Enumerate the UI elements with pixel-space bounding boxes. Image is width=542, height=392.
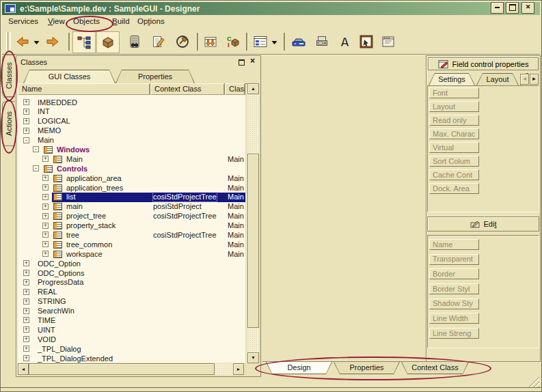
tree-expand-toggle[interactable]: + — [23, 289, 29, 295]
vertical-scrollbar[interactable]: ▲ ▼ — [247, 83, 259, 363]
printer-button[interactable] — [312, 32, 331, 51]
tree-row[interactable]: + UINT — [18, 325, 245, 335]
scroll-up-button[interactable]: ▲ — [247, 83, 259, 94]
tree-row[interactable]: + ProgressData — [18, 278, 245, 288]
history-dropdown[interactable] — [33, 40, 40, 46]
tree-row[interactable]: - Windows — [18, 145, 245, 154]
tree-expand-toggle[interactable]: + — [23, 109, 29, 115]
tab-layout[interactable]: Layout — [476, 73, 519, 85]
tree-row[interactable]: - Controls — [18, 164, 245, 173]
package-button[interactable] — [96, 31, 120, 53]
tree-expand-toggle[interactable]: + — [23, 355, 29, 361]
edit-property-button[interactable]: Line Streng — [429, 328, 479, 339]
image-editor-button[interactable] — [357, 32, 376, 51]
edit-button[interactable]: Edit — [427, 216, 539, 232]
tab-properties-bottom[interactable]: Properties — [334, 362, 400, 374]
tree-row[interactable]: + ODC_Options — [18, 268, 245, 278]
tree-expand-toggle[interactable]: + — [23, 260, 29, 266]
tree-expand-toggle[interactable]: - — [23, 137, 29, 143]
build-button[interactable] — [173, 32, 192, 51]
tab-scroll-left-button[interactable]: ◄ — [520, 74, 529, 85]
class-hierarchy-button[interactable] — [72, 31, 96, 53]
tree-row[interactable]: + LOGICAL — [18, 117, 245, 126]
back-button[interactable] — [13, 32, 32, 51]
tree-expand-toggle[interactable]: + — [42, 223, 49, 229]
tree-expand-toggle[interactable]: + — [42, 213, 49, 219]
settings-property-button[interactable]: Sort Colum — [429, 156, 479, 167]
window-import-button[interactable] — [201, 32, 220, 51]
tree-expand-toggle[interactable]: + — [42, 251, 49, 257]
tree-row[interactable]: + STRING — [18, 297, 245, 307]
tree-expand-toggle[interactable]: + — [23, 308, 29, 314]
tree-expand-toggle[interactable]: + — [23, 336, 29, 342]
tree-row[interactable]: + _TPL_Dialog — [18, 344, 245, 354]
settings-property-button[interactable]: Cache Cont — [429, 169, 479, 180]
menu-item[interactable]: Build — [112, 17, 130, 25]
dialog-preview-button[interactable] — [379, 32, 398, 51]
float-panel-button[interactable] — [237, 58, 246, 66]
tab-gui-classes[interactable]: GUI Classes — [23, 70, 116, 83]
tree-expand-toggle[interactable]: + — [23, 346, 29, 352]
tree-row[interactable]: + Main Main — [18, 154, 245, 164]
tree-expand-toggle[interactable]: + — [23, 270, 29, 276]
tab-context-class[interactable]: Context Class — [401, 362, 469, 374]
edit-property-button[interactable]: Transparent — [429, 254, 479, 265]
tab-properties[interactable]: Properties — [116, 70, 195, 83]
tree-row[interactable]: + main posiStdProject Main — [18, 202, 245, 212]
horizontal-scrollbar[interactable]: ◄ ► — [18, 363, 244, 375]
tree-expand-toggle[interactable]: + — [42, 184, 49, 191]
tree-expand-toggle[interactable]: + — [23, 298, 29, 305]
sidebar-tab-classes[interactable]: Classes — [2, 55, 15, 97]
tab-scroll-right-button[interactable]: ► — [530, 74, 539, 85]
menu-item[interactable]: View — [48, 17, 65, 25]
tree-row[interactable]: + INT — [18, 107, 245, 117]
edit-property-button[interactable]: Line Width — [429, 313, 479, 324]
tree-expand-toggle[interactable]: + — [23, 99, 29, 105]
tree-row[interactable]: + IMBEDDED — [18, 98, 245, 107]
tree-expand-toggle[interactable]: + — [23, 279, 29, 285]
vertical-scroll-thumb[interactable] — [247, 154, 259, 328]
tree-expand-toggle[interactable]: + — [42, 241, 49, 247]
column-header-class[interactable]: Class — [225, 83, 245, 95]
tree-expand-toggle[interactable]: + — [42, 194, 49, 200]
class-instance-button[interactable]: C I — [223, 32, 243, 51]
horizontal-scroll-thumb[interactable] — [29, 363, 215, 375]
tree-row[interactable]: + tree_common Main — [18, 240, 245, 249]
drive-button[interactable] — [289, 32, 308, 51]
maximize-button[interactable] — [506, 2, 519, 14]
menu-item[interactable]: Options — [137, 17, 165, 25]
tab-design[interactable]: Design — [266, 362, 332, 374]
toolbar-grip[interactable] — [6, 32, 12, 51]
tree-row[interactable]: - Main — [18, 136, 245, 145]
column-header-context-class[interactable]: Context Class — [150, 83, 225, 95]
tree-row[interactable]: + REAL — [18, 288, 245, 297]
tree-expand-toggle[interactable]: + — [42, 204, 49, 210]
tree-row[interactable]: + MEMO — [18, 126, 245, 136]
notebook-button[interactable] — [125, 32, 144, 51]
form-view-dropdown[interactable] — [271, 40, 278, 46]
form-view-button[interactable] — [251, 32, 270, 51]
menu-item[interactable]: Services — [8, 17, 38, 25]
settings-property-button[interactable]: Dock. Area — [429, 183, 479, 194]
close-panel-button[interactable]: × — [248, 57, 257, 66]
tree-row[interactable]: + SearchWin — [18, 307, 245, 316]
tree-row[interactable]: + workspace Main — [18, 249, 245, 259]
tab-settings[interactable]: Settings — [429, 73, 475, 85]
sidebar-tab-actions[interactable]: Actions — [2, 101, 15, 146]
settings-property-button[interactable]: Font — [429, 87, 479, 98]
tree-row[interactable]: + list cosiStdProjectTree Main — [18, 193, 245, 202]
minimize-button[interactable] — [491, 2, 504, 14]
tree-row[interactable]: + ODC_Option — [18, 259, 245, 268]
tree-row[interactable]: + project_tree cosiStdProjectTree Main — [18, 212, 245, 221]
settings-property-button[interactable]: Virtual — [429, 142, 479, 153]
close-button[interactable]: ✕ — [521, 2, 534, 14]
tree-row[interactable]: + _TPL_DialogExtended — [18, 354, 245, 363]
column-header-name[interactable]: Name — [18, 83, 150, 95]
settings-property-button[interactable]: Read only — [429, 115, 479, 126]
settings-property-button[interactable]: Layout — [429, 101, 479, 112]
tree-expand-toggle[interactable]: + — [23, 128, 29, 134]
tree-expand-toggle[interactable]: + — [42, 232, 49, 238]
tree-row[interactable]: + TIME — [18, 316, 245, 325]
scroll-left-button[interactable]: ◄ — [18, 363, 29, 375]
tree-row[interactable]: + VOID — [18, 335, 245, 344]
